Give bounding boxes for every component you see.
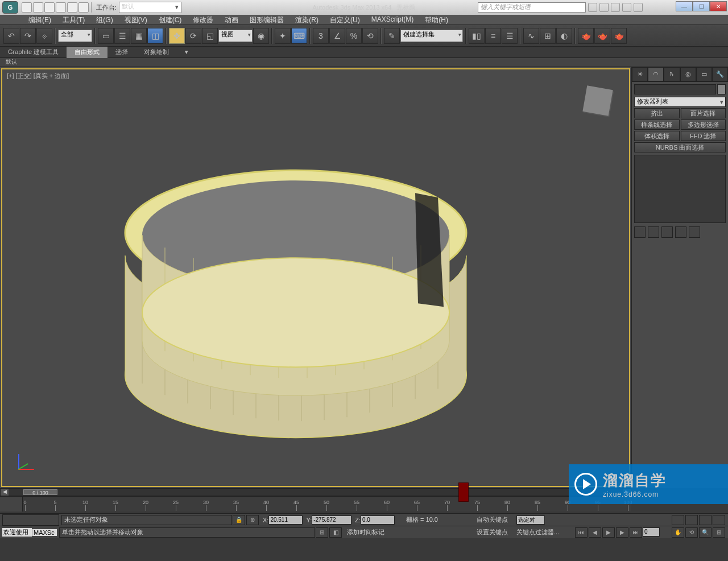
scale-icon[interactable]: ◱ (202, 28, 218, 44)
ribbon-tab-freeform[interactable]: 自由形式 (67, 47, 107, 58)
manipulate-icon[interactable]: ✦ (275, 28, 291, 44)
configure-sets-icon[interactable] (689, 226, 700, 238)
goto-start-icon[interactable]: ⏮ (575, 527, 588, 538)
percent-snap-icon[interactable]: % (346, 28, 362, 44)
time-slider-handle[interactable]: 0 / 100 (23, 489, 57, 495)
z-input[interactable] (361, 515, 395, 525)
goto-end-icon[interactable]: ⏭ (630, 527, 642, 538)
prev-key-icon[interactable]: ◀ (589, 527, 601, 538)
prev-frame-icon[interactable]: ◀ (1, 489, 9, 496)
selected-input[interactable] (516, 515, 545, 525)
ref-coord-combo[interactable]: 视图 (218, 30, 253, 42)
hierarchy-tab-icon[interactable]: ♄ (664, 67, 680, 81)
remove-mod-icon[interactable] (675, 226, 686, 238)
pan-icon[interactable]: ✋ (672, 527, 684, 538)
named-selection-combo[interactable]: 创建选择集 (400, 30, 463, 42)
nav-2-icon[interactable] (685, 515, 698, 525)
menu-tools[interactable]: 工具(T) (57, 15, 90, 24)
btn-nurbs-select[interactable]: NURBS 曲面选择 (634, 142, 726, 152)
menu-maxscript[interactable]: MAXScript(M) (366, 15, 420, 24)
mini-curve-icon[interactable] (0, 497, 23, 512)
angle-snap-icon[interactable]: ∠ (329, 28, 345, 44)
close-button[interactable]: ✕ (710, 1, 727, 11)
ribbon-tab-graphite[interactable]: Graphite 建模工具 (0, 47, 67, 58)
menu-modifiers[interactable]: 修改器 (187, 15, 219, 24)
menu-help[interactable]: 帮助(H) (419, 15, 454, 24)
viewport-label[interactable]: [+] [正交] [真实 + 边面] (7, 72, 69, 80)
ribbon-expand-icon[interactable]: ▾ (177, 47, 196, 58)
btn-spline-select[interactable]: 样条线选择 (634, 119, 680, 130)
scene-object[interactable] (97, 125, 495, 443)
btn-mesh-select[interactable]: 面片选择 (681, 108, 726, 118)
max-viewport-icon[interactable]: ⊞ (713, 527, 725, 538)
select-object-icon[interactable]: ▭ (98, 28, 114, 44)
select-name-icon[interactable]: ☰ (114, 28, 130, 44)
create-tab-icon[interactable]: ✳ (632, 67, 648, 81)
time-ruler[interactable]: 0510152025303540455055606570758085909510… (0, 496, 631, 511)
rotate-icon[interactable]: ⟳ (185, 28, 201, 44)
isolate-icon[interactable]: ◧ (329, 527, 342, 538)
curve-editor-icon[interactable]: ∿ (523, 28, 539, 44)
dropdown-icon[interactable] (634, 3, 643, 12)
material-editor-icon[interactable]: ◐ (556, 28, 572, 44)
modifier-list-combo[interactable]: 修改器列表 (634, 97, 726, 107)
mirror-icon[interactable]: ▮▯ (469, 28, 485, 44)
maximize-button[interactable]: ☐ (693, 1, 710, 11)
comm-center-icon[interactable]: ⊞ (316, 527, 328, 538)
selection-filter[interactable]: 全部 (58, 30, 92, 42)
edit-named-sel-icon[interactable]: ✎ (384, 28, 400, 44)
align-icon[interactable]: ≡ (485, 28, 501, 44)
menu-edit[interactable]: 编辑(E) (23, 15, 57, 24)
workspace-combo[interactable]: 默认 (119, 2, 181, 13)
menu-animation[interactable]: 动画 (219, 15, 244, 24)
qat-redo-icon[interactable] (67, 2, 77, 13)
select-region-icon[interactable]: ▦ (131, 28, 147, 44)
link-icon[interactable]: ⟐ (36, 28, 52, 44)
keyboard-shortcut-icon[interactable]: ⌨ (291, 28, 307, 44)
help-icon[interactable] (622, 3, 631, 12)
nav-3-icon[interactable] (699, 515, 712, 525)
menu-custom[interactable]: 自定义(U) (324, 15, 366, 24)
motion-tab-icon[interactable]: ◎ (680, 67, 696, 81)
qat-open-icon[interactable] (33, 2, 43, 13)
layer-icon[interactable]: ☰ (502, 28, 518, 44)
schematic-view-icon[interactable]: ⊞ (540, 28, 556, 44)
object-name-input[interactable] (634, 84, 716, 94)
viewport[interactable]: [+] [正交] [真实 + 边面] (1, 68, 630, 487)
nav-4-icon[interactable] (713, 515, 725, 525)
ribbon-tab-selection[interactable]: 选择 (107, 47, 136, 58)
keyfilter-button[interactable]: 关键点过滤器... (516, 528, 559, 537)
qat-new-icon[interactable] (22, 2, 32, 13)
x-input[interactable] (268, 515, 303, 525)
autokey-button[interactable]: 自动关键点 (477, 515, 508, 524)
undo-icon[interactable]: ↶ (3, 28, 19, 44)
setkey-button[interactable]: 设置关键点 (477, 528, 508, 537)
snap-toggle-icon[interactable]: 3 (313, 28, 329, 44)
redo-icon[interactable]: ↷ (20, 28, 36, 44)
qat-undo-icon[interactable] (56, 2, 66, 13)
render-setup-icon[interactable]: 🫖 (578, 28, 594, 44)
zoom-icon[interactable]: 🔍 (699, 527, 712, 538)
modify-tab-icon[interactable]: ◠ (648, 67, 664, 81)
current-frame-input[interactable] (643, 527, 660, 537)
qat-save-icon[interactable] (44, 2, 55, 13)
render-icon[interactable]: 🫖 (611, 28, 627, 44)
btn-ffd-select[interactable]: FFD 选择 (681, 131, 726, 141)
window-crossing-icon[interactable]: ◫ (147, 28, 163, 44)
pivot-icon[interactable]: ◉ (253, 28, 269, 44)
maxscript-tab[interactable]: MAXSc (32, 529, 57, 536)
viewcube[interactable] (578, 81, 618, 121)
minimize-button[interactable]: — (676, 1, 693, 11)
ribbon-tab-paint[interactable]: 对象绘制 (136, 47, 177, 58)
object-color-swatch[interactable] (717, 84, 726, 94)
set-key-button[interactable] (458, 482, 469, 502)
next-key-icon[interactable]: ▶ (616, 527, 628, 538)
menu-render[interactable]: 渲染(R) (289, 15, 324, 24)
favorite-icon[interactable] (611, 3, 620, 12)
pin-stack-icon[interactable] (634, 226, 646, 238)
btn-extrude[interactable]: 挤出 (634, 108, 680, 118)
qat-link-icon[interactable] (78, 2, 89, 13)
search-input[interactable]: 键入关键字或短语 (478, 2, 586, 13)
render-frame-icon[interactable]: 🫖 (594, 28, 610, 44)
exchange-icon[interactable] (599, 3, 609, 12)
